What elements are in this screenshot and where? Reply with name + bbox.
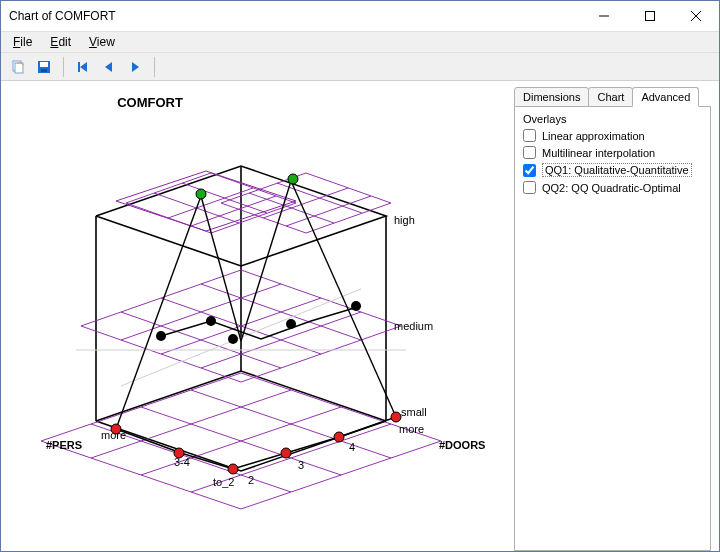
y-tick-to2: to_2 [213, 476, 234, 488]
y-tick-34: 3-4 [174, 456, 190, 468]
svg-point-57 [228, 464, 238, 474]
svg-marker-16 [116, 171, 296, 231]
svg-point-49 [288, 174, 298, 184]
svg-point-60 [391, 412, 401, 422]
overlay-qq2-checkbox[interactable] [523, 181, 536, 194]
toolbar-separator-2 [154, 57, 155, 77]
svg-marker-11 [105, 62, 112, 72]
titlebar: Chart of COMFORT [1, 1, 719, 31]
svg-line-44 [116, 196, 201, 429]
overlay-multilinear-checkbox[interactable] [523, 146, 536, 159]
toolbar [1, 53, 719, 81]
x-axis-label: #DOORS [439, 439, 485, 451]
nav-prev-button[interactable] [98, 56, 120, 78]
svg-marker-12 [132, 62, 139, 72]
client-area: COMFORT [1, 81, 719, 551]
svg-point-51 [206, 316, 216, 326]
tab-dimensions[interactable]: Dimensions [514, 87, 589, 107]
z-label-high: high [394, 214, 415, 226]
overlay-qq2-label[interactable]: QQ2: QQ Quadratic-Optimal [542, 182, 681, 194]
menubar: File Edit View [1, 31, 719, 53]
svg-point-59 [334, 432, 344, 442]
overlay-linear-checkbox[interactable] [523, 129, 536, 142]
chart-svg: high medium small #PERS #DOORS more 3-4 … [1, 81, 514, 551]
minimize-button[interactable] [581, 1, 627, 31]
chart-canvas[interactable]: COMFORT [1, 81, 514, 551]
y-tick-more: more [101, 429, 126, 441]
menu-edit[interactable]: Edit [50, 35, 71, 49]
app-window: Chart of COMFORT File Edit View [0, 0, 720, 552]
tab-page-advanced: Overlays Linear approximation Multilinea… [514, 106, 711, 551]
close-button[interactable] [673, 1, 719, 31]
overlay-linear-label[interactable]: Linear approximation [542, 130, 645, 142]
svg-point-50 [156, 331, 166, 341]
right-panel: Dimensions Chart Advanced Overlays Linea… [514, 81, 719, 551]
overlay-multilinear-label[interactable]: Multilinear interpolation [542, 147, 655, 159]
svg-rect-1 [646, 12, 655, 21]
x-tick-2: 2 [248, 474, 254, 486]
save-button[interactable] [33, 56, 55, 78]
tab-advanced[interactable]: Advanced [632, 87, 699, 107]
overlay-qq1-label[interactable]: QQ1: Qualitative-Quantitative [542, 163, 692, 177]
x-tick-4: 4 [349, 441, 355, 453]
menu-view[interactable]: View [89, 35, 115, 49]
svg-marker-10 [80, 62, 87, 72]
svg-point-52 [228, 334, 238, 344]
overlay-qq1-checkbox[interactable] [523, 164, 536, 177]
y-axis-label: #PERS [46, 439, 82, 451]
copy-button[interactable] [7, 56, 29, 78]
svg-rect-8 [41, 69, 47, 72]
x-tick-3: 3 [298, 459, 304, 471]
z-label-small: small [401, 406, 427, 418]
toolbar-separator [63, 57, 64, 77]
svg-point-53 [286, 319, 296, 329]
nav-first-button[interactable] [72, 56, 94, 78]
nav-next-button[interactable] [124, 56, 146, 78]
tabstrip: Dimensions Chart Advanced [514, 85, 711, 107]
svg-rect-7 [40, 62, 48, 67]
z-label-medium: medium [394, 320, 433, 332]
svg-line-47 [291, 181, 396, 417]
window-title: Chart of COMFORT [9, 9, 581, 23]
x-tick-more: more [399, 423, 424, 435]
svg-point-54 [351, 301, 361, 311]
menu-file[interactable]: File [13, 35, 32, 49]
overlays-group-title: Overlays [523, 113, 702, 125]
svg-point-48 [196, 189, 206, 199]
maximize-button[interactable] [627, 1, 673, 31]
tab-chart[interactable]: Chart [588, 87, 633, 107]
svg-point-58 [281, 448, 291, 458]
